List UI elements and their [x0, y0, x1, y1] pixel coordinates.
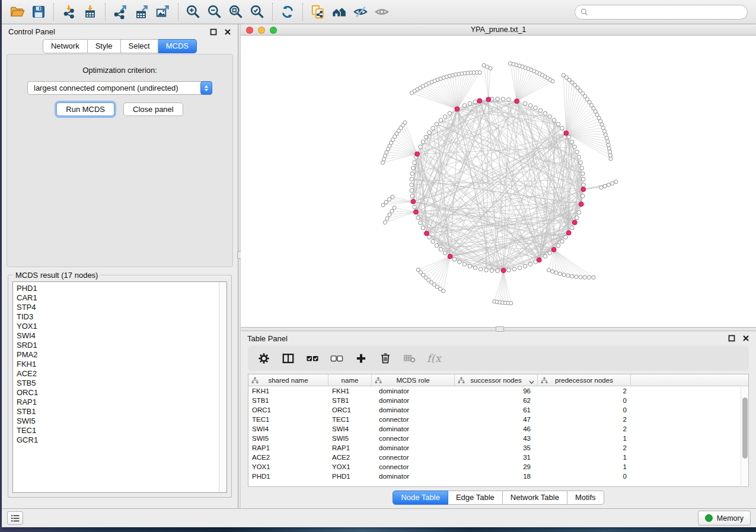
memory-button[interactable]: Memory [698, 511, 751, 525]
export-network-button[interactable] [110, 2, 131, 21]
column-header-mcds-role[interactable]: MCDS role [372, 374, 455, 386]
cell-name[interactable]: STB1 [328, 397, 372, 404]
table-row[interactable]: ORC1ORC1dominator610 [248, 405, 748, 415]
cell-shared-name[interactable]: PHD1 [248, 473, 328, 480]
float-table-panel-icon[interactable] [728, 335, 735, 342]
cell-shared-name[interactable]: RAP1 [248, 444, 328, 451]
cell-predecessor-nodes[interactable]: 1 [538, 435, 631, 442]
search-box[interactable] [575, 5, 748, 20]
task-history-button[interactable] [7, 511, 23, 525]
mcds-result-item[interactable]: TEC1 [17, 426, 219, 435]
run-mcds-button[interactable]: Run MCDS [56, 102, 114, 116]
mcds-result-item[interactable]: SRD1 [17, 341, 219, 350]
mcds-result-item[interactable]: STB5 [17, 379, 219, 388]
cell-successor-nodes[interactable]: 18 [455, 473, 538, 480]
mcds-result-item[interactable]: GCR1 [17, 435, 219, 445]
close-panel-icon[interactable] [224, 28, 231, 36]
cell-predecessor-nodes[interactable]: 2 [538, 425, 631, 432]
save-button[interactable] [28, 2, 49, 21]
add-row-button[interactable] [353, 351, 369, 366]
import-network-button[interactable] [58, 2, 79, 21]
cell-predecessor-nodes[interactable]: 2 [538, 416, 631, 423]
mcds-result-item[interactable]: TID3 [17, 312, 219, 322]
cell-mcds-role[interactable]: dominator [372, 444, 455, 451]
cell-name[interactable]: ORC1 [328, 406, 372, 414]
float-panel-icon[interactable] [209, 28, 217, 36]
cell-successor-nodes[interactable]: 35 [455, 444, 538, 451]
home-pair-button[interactable] [328, 2, 350, 21]
zoom-out-button[interactable] [204, 2, 225, 21]
cell-mcds-role[interactable]: dominator [372, 387, 455, 395]
cell-mcds-role[interactable]: dominator [372, 406, 455, 414]
mcds-result-item[interactable]: STP4 [17, 303, 219, 312]
cell-mcds-role[interactable]: dominator [372, 425, 455, 432]
tab-network[interactable]: Network [43, 39, 88, 53]
window-close-light[interactable] [246, 27, 253, 34]
cell-predecessor-nodes[interactable]: 1 [538, 463, 631, 470]
zoom-selected-button[interactable] [247, 2, 268, 21]
cell-successor-nodes[interactable]: 62 [455, 397, 538, 404]
cell-name[interactable]: PHD1 [328, 473, 372, 480]
cell-shared-name[interactable]: ACE2 [248, 454, 328, 461]
zoom-fit-button[interactable] [225, 2, 247, 21]
table-tab-motifs[interactable]: Motifs [567, 491, 604, 505]
cell-successor-nodes[interactable]: 96 [455, 387, 538, 395]
open-folder-button[interactable] [7, 2, 28, 21]
window-minimize-light[interactable] [258, 27, 265, 34]
refresh-button[interactable] [277, 2, 298, 21]
cell-name[interactable]: YOX1 [328, 463, 372, 470]
cell-successor-nodes[interactable]: 61 [455, 406, 538, 414]
cell-mcds-role[interactable]: dominator [372, 397, 455, 404]
network-window-titlebar[interactable]: YPA_prune.txt_1 [241, 24, 756, 36]
show-eye-button[interactable] [371, 2, 393, 21]
cell-successor-nodes[interactable]: 31 [455, 454, 538, 461]
column-header-predecessor-nodes[interactable]: predecessor nodes [538, 374, 631, 386]
optimization-criterion-dropdown[interactable]: largest connected component (undirected) [27, 81, 212, 95]
table-row[interactable]: FKH1FKH1dominator962 [248, 386, 748, 396]
column-header-successor-nodes[interactable]: successor nodes [455, 374, 538, 386]
cell-shared-name[interactable]: FKH1 [248, 387, 328, 395]
checkboxes-checked-button[interactable] [305, 351, 320, 366]
cell-predecessor-nodes[interactable]: 0 [538, 406, 631, 414]
network-canvas[interactable] [241, 36, 756, 327]
cell-shared-name[interactable]: SWI4 [248, 425, 328, 432]
table-row[interactable]: TEC1TEC1connector472 [248, 415, 748, 424]
mcds-result-item[interactable]: PMA2 [17, 350, 219, 360]
cell-shared-name[interactable]: TEC1 [248, 416, 328, 423]
cell-shared-name[interactable]: STB1 [248, 397, 328, 404]
mcds-result-listbox[interactable]: PHD1CAR1STP4TID3YOX1SWI4SRD1PMA2FKH1ACE2… [12, 281, 227, 493]
mcds-result-item[interactable]: YOX1 [17, 322, 219, 331]
horizontal-split-divider[interactable] [241, 327, 756, 331]
export-image-button[interactable] [152, 2, 174, 21]
table-row[interactable]: RAP1RAP1dominator352 [248, 443, 748, 453]
table-row[interactable]: ACE2ACE2connector311 [248, 453, 748, 462]
cell-name[interactable]: ACE2 [328, 454, 372, 461]
mcds-result-item[interactable]: CAR1 [17, 293, 219, 303]
table-scrollbar[interactable] [741, 387, 748, 486]
search-input[interactable] [592, 8, 745, 16]
cell-name[interactable]: SWI4 [328, 425, 372, 432]
cell-mcds-role[interactable]: connector [372, 435, 455, 442]
close-table-panel-icon[interactable] [742, 335, 749, 342]
cell-predecessor-nodes[interactable]: 2 [538, 387, 631, 395]
table-scrollbar-thumb[interactable] [742, 398, 748, 459]
mcds-result-item[interactable]: PHD1 [17, 284, 219, 293]
cell-predecessor-nodes[interactable]: 2 [538, 444, 631, 451]
cell-mcds-role[interactable]: connector [372, 463, 455, 470]
cell-shared-name[interactable]: SWI5 [248, 435, 328, 442]
mcds-result-item[interactable]: ORC1 [17, 388, 219, 398]
tab-select[interactable]: Select [121, 39, 158, 53]
table-tab-network-table[interactable]: Network Table [503, 491, 567, 505]
cell-successor-nodes[interactable]: 47 [455, 416, 538, 423]
duplicate-network-button[interactable] [307, 2, 328, 21]
horizontal-split-grip[interactable] [496, 326, 504, 332]
cell-shared-name[interactable]: YOX1 [248, 463, 328, 470]
table-row[interactable]: YOX1YOX1connector291 [248, 462, 748, 472]
cell-mcds-role[interactable]: dominator [372, 473, 455, 480]
trash-button[interactable] [378, 351, 393, 366]
tab-mcds[interactable]: MCDS [158, 39, 197, 53]
close-panel-button[interactable]: Close panel [123, 102, 183, 116]
cell-mcds-role[interactable]: connector [372, 416, 455, 423]
mcds-result-item[interactable]: RAP1 [17, 398, 219, 407]
table-tab-edge-table[interactable]: Edge Table [448, 491, 503, 505]
